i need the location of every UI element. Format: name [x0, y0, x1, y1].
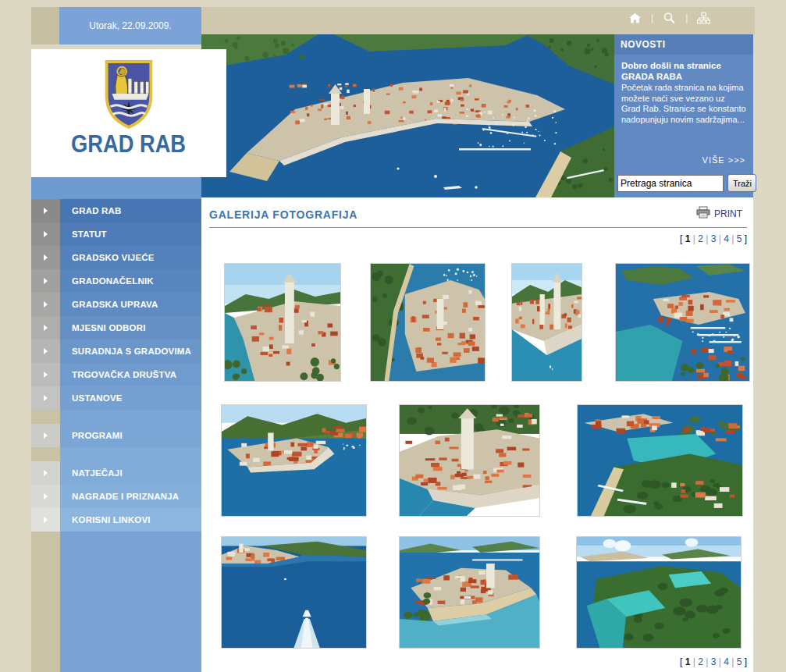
pagination-page-link[interactable]: 4 [724, 656, 729, 667]
sidebar-item-grad-rab[interactable]: GRAD RAB [31, 199, 201, 222]
sidebar-item-label: GRAD RAB [60, 199, 201, 222]
sidebar-item-label: NAGRADE I PRIZNANJA [60, 485, 201, 508]
pagination-page-link[interactable]: 4 [724, 233, 729, 244]
page: Utorak, 22.09.2009. || NOVOSTI Dobro doš… [0, 0, 786, 672]
sidebar-item-label: SURADNJA S GRADOVIMA [60, 340, 201, 363]
news-title-line2: GRADA RABA [621, 71, 746, 82]
menu-gap-left [31, 447, 60, 461]
sidebar-item-label: GRADONAČELNIK [60, 269, 201, 293]
gallery-photo-aerial-town-coast-diagonal[interactable] [370, 263, 485, 382]
news-text: Početak rada stranica na kojima možete n… [621, 83, 746, 125]
site-title: GRAD RAB [71, 130, 186, 158]
gallery-photo-aerial-old-town-bell-tower[interactable] [224, 263, 341, 382]
gallery-photo-peninsula-old-town-wide[interactable] [221, 404, 367, 517]
sidebar-item-programi[interactable]: PROGRAMI [31, 424, 201, 447]
news-panel: NOVOSTI Dobro došli na stranice GRADA RA… [614, 34, 753, 197]
print-button[interactable]: PRINT [696, 206, 742, 221]
arrow-icon [31, 424, 60, 447]
sidebar-item-label: MJESNI ODBORI [60, 316, 201, 340]
sidebar-menu: GRAD RABSTATUTGRADSKO VIJEĆEGRADONAČELNI… [31, 177, 201, 672]
sidebar-item-suradnja-s-gradovima[interactable]: SURADNJA S GRADOVIMA [31, 340, 201, 363]
pagination-close-bracket: ] [742, 233, 747, 244]
home-icon[interactable] [628, 12, 642, 24]
sidebar-item-gradska-uprava[interactable]: GRADSKA UPRAVA [31, 293, 201, 316]
news-more-link[interactable]: VIŠE >>> [702, 155, 745, 165]
arrow-icon [31, 363, 60, 386]
menu-gap-right [60, 410, 201, 424]
sidebar-item-label: NATJEČAJI [60, 461, 201, 485]
pagination-close-bracket: ] [742, 656, 747, 667]
top-corner-square [31, 7, 59, 44]
pagination-separator: | [703, 233, 711, 244]
gallery-photo-island-town-marina[interactable] [615, 263, 750, 382]
arrow-icon [31, 246, 60, 269]
sidebar-item-label: USTANOVE [60, 386, 201, 410]
sidebar-item-label: STATUT [60, 222, 201, 246]
topbar-icons: || [628, 9, 710, 27]
sidebar-item-gradonacelnik[interactable]: GRADONAČELNIK [31, 269, 201, 293]
sidebar-item-trgovacka-drustva[interactable]: TRGOVAČKA DRUŠTVA [31, 363, 201, 386]
site-logo[interactable]: GRAD RAB [31, 49, 226, 177]
pagination-separator: | [729, 233, 737, 244]
news-body: Dobro došli na stranice GRADA RABA Počet… [614, 55, 753, 125]
menu-gap [31, 410, 201, 424]
arrow-icon [31, 386, 60, 410]
search-input[interactable] [617, 175, 724, 192]
title-divider [209, 227, 747, 228]
arrow-icon [31, 461, 60, 485]
gallery-photo-bell-towers-above-sea[interactable] [511, 263, 582, 382]
sidebar-item-natjecaji[interactable]: NATJEČAJI [31, 461, 201, 485]
arrow-icon [31, 199, 60, 222]
gallery-photo-green-cape-turquoise-bay[interactable] [577, 404, 743, 517]
sidebar-item-mjesni-odbori[interactable]: MJESNI ODBORI [31, 316, 201, 340]
menu-gap [31, 447, 201, 461]
arrow-icon [31, 293, 60, 316]
search-button[interactable]: Traži [727, 174, 756, 192]
gallery-photo-old-town-towers-closeup[interactable] [399, 404, 540, 517]
pagination-open-bracket: [ [680, 233, 685, 244]
search-icon[interactable] [663, 12, 676, 24]
icon-separator: | [651, 12, 653, 23]
coat-of-arms-icon [104, 59, 154, 130]
arrow-icon [31, 269, 60, 293]
arrow-icon [31, 316, 60, 340]
news-title-line1: Dobro došli na stranice [621, 60, 746, 71]
sidebar-item-korisni-linkovi[interactable]: KORISNI LINKOVI [31, 508, 201, 532]
arrow-icon [31, 222, 60, 246]
news-header: NOVOSTI [614, 34, 753, 55]
pagination: [ 1 | 2 | 3 | 4 | 5 ] [680, 233, 747, 244]
pagination: [ 1 | 2 | 3 | 4 | 5 ] [680, 656, 747, 667]
date-text: Utorak, 22.09.2009. [89, 20, 171, 31]
menu-top-strip [31, 177, 201, 199]
menu-filler [31, 532, 201, 672]
pagination-separator: | [703, 656, 711, 667]
pagination-separator: | [690, 233, 698, 244]
menu-gap-right [60, 447, 201, 461]
sidebar-item-nagrade-i-priznanja[interactable]: NAGRADE I PRIZNANJA [31, 485, 201, 508]
icon-separator: | [685, 12, 688, 23]
gallery-photo-green-islands-lagoons[interactable] [576, 536, 742, 649]
banner-photo [201, 34, 614, 197]
menu-filler-left [31, 532, 60, 672]
site-search: Traži [617, 174, 750, 192]
pagination-page-link[interactable]: 2 [698, 233, 703, 244]
pagination-separator: | [690, 656, 698, 667]
sidebar-item-label: TRGOVAČKA DRUŠTVA [60, 363, 201, 386]
gallery-photo-shore-town-beach[interactable] [399, 536, 540, 649]
main-content: GALERIJA FOTOGRAFIJA PRINT [ 1 | 2 | 3 |… [201, 197, 753, 672]
menu-filler-right [60, 532, 201, 672]
sidebar-item-label: KORISNI LINKOVI [60, 508, 201, 532]
gallery-photo-boat-wake-town-horizon[interactable] [221, 536, 367, 649]
menu-gap-left [31, 410, 60, 424]
sidebar-item-ustanove[interactable]: USTANOVE [31, 386, 201, 410]
pagination-separator: | [716, 656, 724, 667]
printer-icon [696, 206, 710, 221]
sidebar-item-gradsko-vijece[interactable]: GRADSKO VIJEĆE [31, 246, 201, 269]
sitemap-icon[interactable] [697, 12, 710, 24]
page-title: GALERIJA FOTOGRAFIJA [209, 208, 357, 221]
pagination-page-link[interactable]: 2 [698, 656, 703, 667]
arrow-icon [31, 340, 60, 363]
sidebar-item-statut[interactable]: STATUT [31, 222, 201, 246]
arrow-icon [31, 508, 60, 532]
sidebar-item-label: PROGRAMI [60, 424, 201, 447]
